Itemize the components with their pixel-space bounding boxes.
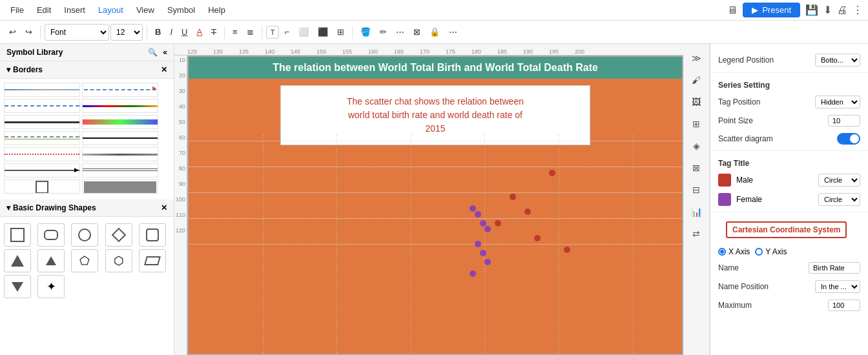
chart-subtitle[interactable]: The scatter chat shows the relation betw… [280,85,590,145]
borders-close-icon[interactable]: ✕ [161,65,167,74]
shape-hexagon[interactable]: ⬡ [105,249,132,272]
font-color-button[interactable]: A [192,25,206,39]
download-icon[interactable]: ⬇ [823,4,832,16]
data-point-purple-3[interactable] [480,220,486,227]
undo-button[interactable]: ↩ [5,25,20,39]
align-dist-button[interactable]: ⊞ [333,25,348,39]
x-axis-option[interactable]: X Axis [718,247,750,256]
shapes-section-header[interactable]: ▾ Basic Drawing Shapes ✕ [0,199,174,217]
connector-button[interactable]: ⌐ [280,25,293,39]
data-point-red-2[interactable] [510,194,516,200]
maximum-input[interactable] [828,299,860,311]
menu-layout[interactable]: Layout [93,3,129,17]
shape-pentagon[interactable]: ⬠ [71,249,98,272]
print-icon[interactable]: 🖨 [837,5,847,16]
border-style-8[interactable] [82,131,158,145]
data-point-purple-7[interactable] [484,259,491,265]
search-icon[interactable]: 🔍 [148,48,158,57]
line-style-button[interactable]: ⋯ [392,25,408,39]
save-icon[interactable]: 💾 [805,4,818,16]
table-icon[interactable]: ⊟ [687,181,705,199]
border-style-11[interactable]: ▶ [4,163,80,178]
shape-diamond[interactable] [105,223,132,247]
data-point-purple-5[interactable] [475,241,481,247]
border-style-13[interactable] [4,179,80,194]
border-style-14[interactable] [82,179,158,194]
shapes-close-icon[interactable]: ✕ [161,203,167,212]
shape-rounded-rect[interactable] [37,223,65,247]
shape-rounded-square[interactable] [139,223,166,247]
borders-section-header[interactable]: ▾ Borders ✕ [0,61,174,79]
align-more-button[interactable]: ≣ [243,25,258,39]
italic-button[interactable]: I [166,25,176,39]
grid-icon[interactable]: ⊞ [687,115,705,133]
shape2-button[interactable]: ⬛ [314,25,332,39]
name-position-select[interactable]: In the ... [815,280,860,293]
menu-help[interactable]: Help [203,3,231,17]
font-size-select[interactable]: 12 [110,24,143,41]
shape-star[interactable]: ✦ [37,275,65,298]
collapse-icon[interactable]: « [163,48,167,57]
data-point-purple-2[interactable] [475,211,481,218]
more-icon[interactable]: ⋮ [852,4,863,16]
border-style-7[interactable] [4,131,80,145]
shape-triangle[interactable] [4,249,31,272]
border-style-4[interactable] [82,99,158,113]
strikethrough-button[interactable]: T̶ [207,25,220,39]
present-button[interactable]: ▶ Present [743,3,800,17]
line-color-button[interactable]: ✏ [376,25,391,39]
shape-button[interactable]: ⬜ [294,25,313,39]
menu-symbol[interactable]: Symbol [162,3,200,17]
female-color-swatch[interactable] [718,193,731,206]
bold-button[interactable]: B [151,25,165,39]
data-point-red-4[interactable] [495,220,501,227]
image-icon[interactable]: 🖼 [687,93,705,111]
data-point-purple-6[interactable] [480,250,486,256]
data-point-red-1[interactable] [549,170,555,176]
more-options-button[interactable]: ⋯ [445,25,461,39]
layers-icon[interactable]: ◈ [687,137,705,155]
text-box-button[interactable]: T [266,26,280,39]
style-icon[interactable]: 🖌 [687,71,705,89]
data-point-purple-1[interactable] [470,205,476,212]
symbol-library-header[interactable]: Symbol Library 🔍 « [0,44,174,61]
underline-button[interactable]: U [178,25,191,39]
border-style-6[interactable] [82,115,158,129]
male-shape-select[interactable]: Circle [818,174,860,187]
border-style-5[interactable] [4,115,80,129]
shape-parallelogram[interactable] [139,249,166,272]
data-point-purple-8[interactable] [470,270,476,277]
x-axis-radio[interactable] [718,248,726,256]
menu-edit[interactable]: Edit [32,3,56,17]
shape-square[interactable] [4,223,31,247]
name-input[interactable] [809,262,860,274]
data-point-red-6[interactable] [564,247,570,253]
menu-view[interactable]: View [131,3,160,17]
y-axis-option[interactable]: Y Axis [755,247,787,256]
tag-position-select[interactable]: Hidden [815,96,860,108]
crop-button[interactable]: ⊠ [409,25,424,39]
scatter-diagram-toggle[interactable] [837,133,860,145]
border-style-1[interactable] [4,83,80,97]
border-style-9[interactable] [4,147,80,161]
fill-color-button[interactable]: 🪣 [356,25,375,39]
shape-small-triangle[interactable] [37,249,65,272]
shape-circle[interactable] [71,223,98,247]
point-size-input[interactable] [828,115,860,127]
border-style-12[interactable] [82,163,158,178]
font-family-select[interactable]: Font [45,24,109,41]
legend-position-select[interactable]: Botto... [815,54,860,66]
expand-icon[interactable]: ≫ [687,49,705,67]
shape-small-triangle2[interactable] [4,275,31,298]
chart-container[interactable]: The relation between World Total Birth a… [187,56,683,355]
border-style-2[interactable]: ▶ [82,83,158,97]
redo-button[interactable]: ↪ [21,25,36,39]
menu-file[interactable]: File [5,3,29,17]
crop-panel-icon[interactable]: ⊠ [687,159,705,177]
data-point-red-3[interactable] [524,208,531,215]
male-color-swatch[interactable] [718,174,731,187]
chart-icon[interactable]: 📊 [687,203,705,221]
border-style-10[interactable] [82,147,158,161]
female-shape-select[interactable]: Circle [818,193,860,206]
data-point-purple-4[interactable] [484,226,491,232]
